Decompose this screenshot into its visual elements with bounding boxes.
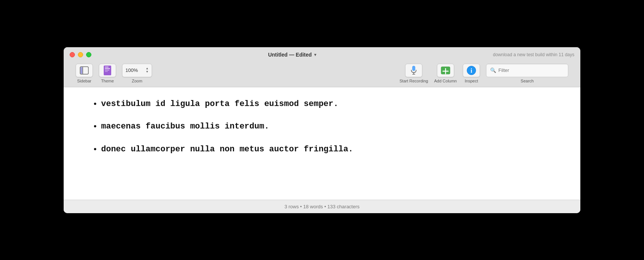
svg-rect-2 [80, 67, 82, 74]
start-recording-button[interactable] [405, 64, 422, 77]
recording-label: Start Recording [400, 79, 428, 83]
titlebar: Untitled — Edited ▾ download a new test … [64, 47, 580, 87]
close-button[interactable] [70, 52, 75, 57]
app-window: Untitled — Edited ▾ download a new test … [64, 47, 580, 213]
traffic-lights [70, 52, 91, 57]
svg-rect-5 [105, 68, 110, 69]
toolbar: Sidebar Theme 100% [70, 61, 574, 87]
statusbar: 3 rows • 18 words • 133 characters [64, 200, 580, 213]
list-item: maecenas faucibus mollis interdum. [101, 121, 558, 133]
zoom-label: Zoom [132, 79, 142, 83]
titlebar-top: Untitled — Edited ▾ download a new test … [70, 52, 574, 58]
sidebar-label: Sidebar [77, 79, 91, 83]
theme-icon [103, 65, 112, 76]
add-column-toolbar-group: Add Column [434, 64, 457, 83]
add-column-label: Add Column [434, 79, 457, 83]
list-item: donec ullamcorper nulla non metus auctor… [101, 144, 558, 155]
list-item: vestibulum id ligula porta felis euismod… [101, 99, 558, 110]
microphone-icon [410, 66, 418, 75]
zoom-control[interactable]: 100% ▲ ▼ [122, 64, 152, 77]
inspect-toolbar-group: i Inspect [463, 64, 480, 83]
svg-text:i: i [471, 67, 473, 74]
document-title: Untitled — Edited [268, 52, 312, 58]
search-label: Search [521, 79, 534, 83]
inspect-label: Inspect [465, 79, 478, 83]
zoom-toolbar-group: 100% ▲ ▼ Zoom [122, 64, 152, 83]
search-input[interactable] [498, 67, 564, 73]
svg-rect-8 [413, 66, 415, 70]
update-notice: download a new test build within 11 days [493, 52, 574, 57]
theme-toolbar-group: Theme [99, 64, 116, 83]
sidebar-button[interactable] [76, 64, 93, 77]
svg-rect-7 [105, 71, 108, 72]
search-input-wrap[interactable]: 🔍 [486, 64, 568, 77]
inspect-icon: i [466, 65, 477, 76]
theme-button[interactable] [99, 64, 116, 77]
theme-label: Theme [101, 79, 114, 83]
sidebar-icon [80, 66, 89, 75]
zoom-arrows: ▲ ▼ [146, 67, 149, 73]
status-text: 3 rows • 18 words • 133 characters [285, 204, 360, 209]
title-chevron-icon[interactable]: ▾ [314, 52, 316, 57]
zoom-value: 100% [125, 67, 138, 73]
sidebar-toolbar-group: Sidebar [76, 64, 93, 83]
zoom-down-icon: ▼ [146, 70, 149, 73]
content-area: vestibulum id ligula porta felis euismod… [64, 87, 580, 200]
bullet-list: vestibulum id ligula porta felis euismod… [86, 99, 558, 155]
add-column-button[interactable] [437, 64, 454, 77]
title-center: Untitled — Edited ▾ [91, 52, 493, 58]
minimize-button[interactable] [78, 52, 83, 57]
inspect-button[interactable]: i [463, 64, 480, 77]
recording-toolbar-group: Start Recording [400, 64, 428, 83]
svg-rect-4 [105, 67, 109, 67]
svg-rect-6 [105, 70, 109, 70]
add-column-icon [440, 65, 451, 76]
zoom-up-icon: ▲ [146, 67, 149, 70]
search-icon: 🔍 [490, 67, 496, 73]
maximize-button[interactable] [86, 52, 91, 57]
search-group: 🔍 Search [486, 64, 568, 83]
